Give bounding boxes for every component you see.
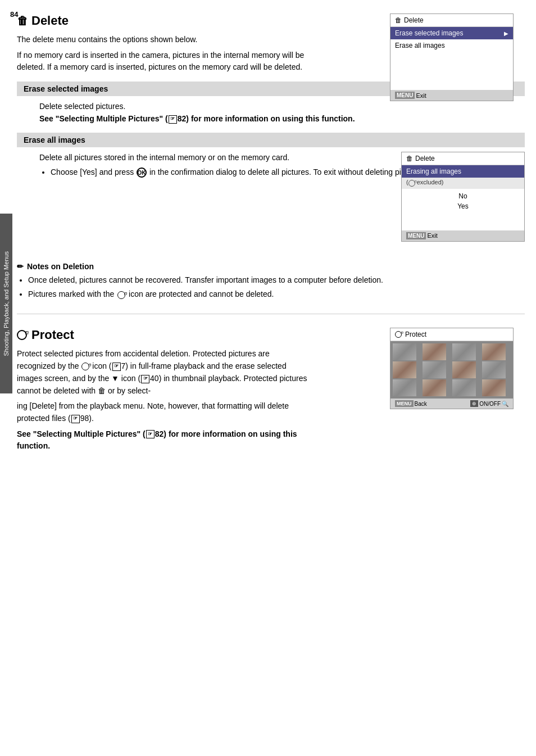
protect-camera-title: n Protect [390, 328, 513, 341]
ref-icon-40: ☞ [141, 375, 149, 383]
camera-menu-erase-selected[interactable]: Erase selected images [390, 27, 513, 39]
delete-intro-2: If no memory card is inserted in the cam… [17, 49, 309, 74]
thumb-10 [423, 379, 446, 396]
notes-bullet2: Pictures marked with the n icon are prot… [28, 288, 525, 300]
notes-pencil-icon: ✏ [17, 262, 24, 271]
erasing-highlight: Erasing all images [402, 165, 524, 178]
camera-trash-icon: 🗑 [395, 16, 402, 24]
ok-btn-1: OK [137, 168, 147, 178]
protect-icon-inline: n [81, 363, 89, 370]
camera-menu-footer-2: MENU Exit [402, 230, 524, 241]
menu-btn-2: MENU [406, 232, 426, 239]
notes-bullet1: Once deleted, pictures cannot be recover… [28, 274, 525, 286]
onoff-btn: ⊕ [470, 400, 478, 407]
ref-icon-98: ☞ [71, 415, 80, 423]
camera-menu-erase-all[interactable]: Erase all images [390, 39, 513, 52]
delete-section: 🗑 Delete The delete menu contains the op… [17, 8, 525, 300]
option-yes[interactable]: Yes [406, 201, 520, 211]
erasing-sub: (n excluded) [402, 178, 524, 188]
thumb-1 [393, 343, 416, 360]
erase-selected-content: Delete selected pictures. See "Selecting… [39, 101, 525, 125]
menu-btn: MENU [395, 92, 415, 99]
camera-menu-erasing-title: 🗑 Delete [402, 152, 524, 165]
camera-menu-footer-1: MENU Exit [390, 90, 513, 101]
protect-bold-ref: See "Selecting Multiple Pictures" (☞82) … [17, 428, 309, 452]
erase-selected-line1: Delete selected pictures. [39, 101, 525, 113]
search-icon: 🔍 [502, 401, 508, 407]
delete-intro-1: The delete menu contains the options sho… [17, 34, 309, 46]
protect-circle-icon: n [17, 330, 27, 340]
protect-text-1: Protect selected pictures from accidenta… [17, 348, 309, 397]
notes-bullets: Once deleted, pictures cannot be recover… [28, 274, 525, 300]
protect-section: n Protect n Protect [17, 328, 525, 451]
thumb-6 [423, 361, 446, 378]
ref-icon-7: ☞ [112, 363, 121, 371]
thumb-9 [393, 379, 416, 396]
menu-btn-3: MENU [395, 400, 414, 407]
camera-trash-icon-2: 🗑 [406, 155, 413, 162]
thumb-7 [452, 361, 476, 378]
section-divider [17, 314, 525, 314]
ref-icon-82a: ☞ [169, 115, 177, 124]
footer-back: MENU Back [395, 400, 427, 407]
camera-menu-title: 🗑 Delete [390, 14, 513, 27]
side-tab-label: Shooting, Playback, and Setup Menus [2, 251, 10, 356]
option-no[interactable]: No [406, 191, 520, 201]
camera-menu-delete: 🗑 Delete Erase selected images Erase all… [390, 13, 514, 101]
thumb-5 [393, 361, 416, 378]
protect-text-2: ing [Delete] from the playback menu. Not… [17, 400, 309, 424]
footer-onoff: ⊕ ON/OFF 🔍 [470, 400, 508, 407]
thumb-12 [482, 379, 506, 396]
thumb-4 [482, 343, 506, 360]
camera-menu-erasing: 🗑 Delete Erasing all images (n excluded)… [401, 152, 525, 241]
protect-camera-footer: MENU Back ⊕ ON/OFF 🔍 [390, 399, 513, 409]
erase-selected-ref: See "Selecting Multiple Pictures" (☞82) … [39, 113, 525, 125]
thumb-8 [482, 361, 506, 378]
protect-thumbnails-grid [390, 341, 513, 399]
trash-icon: 🗑 [17, 15, 28, 28]
protect-body: Protect selected pictures from accidenta… [17, 348, 309, 451]
ref-icon-82b: ☞ [146, 430, 155, 438]
thumb-3 [452, 343, 476, 360]
side-tab: Shooting, Playback, and Setup Menus [0, 214, 12, 393]
erasing-options: No Yes [402, 189, 524, 214]
thumb-11 [452, 379, 476, 396]
notes-section: ✏ Notes on Deletion Once deleted, pictur… [17, 262, 525, 300]
notes-title: ✏ Notes on Deletion [17, 262, 525, 271]
thumb-2 [423, 343, 446, 360]
erase-all-header: Erase all images [17, 133, 525, 147]
protect-camera-box: n Protect MENU Back [390, 328, 514, 409]
